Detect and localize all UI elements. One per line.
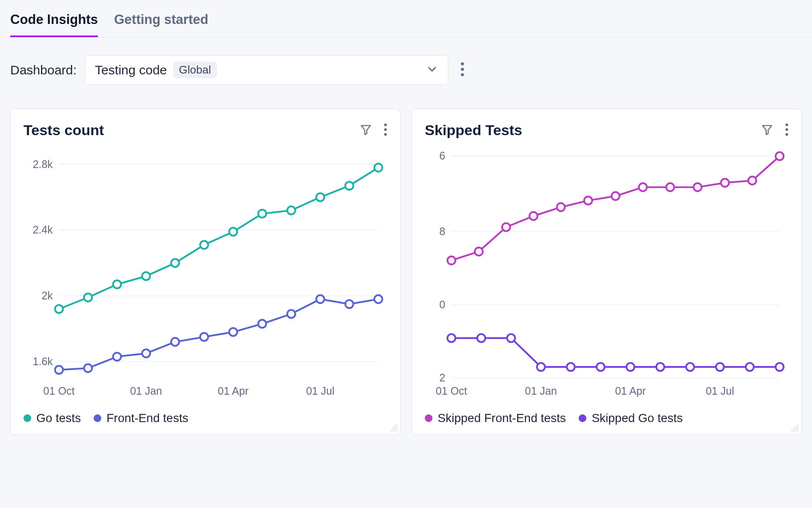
svg-point-0 xyxy=(461,62,464,65)
svg-point-66 xyxy=(639,183,647,191)
svg-point-70 xyxy=(748,177,756,185)
svg-point-72 xyxy=(447,334,456,342)
filter-icon[interactable] xyxy=(360,124,372,137)
dashboard-select-value: Testing code xyxy=(95,63,167,77)
dashboard-scope-badge: Global xyxy=(173,62,217,78)
legend-item-skipped-fe[interactable]: Skipped Front-End tests xyxy=(425,411,566,425)
svg-point-68 xyxy=(694,183,702,191)
card-tests-count: Tests count 1.6k2k2.4k2.8k01 Oct01 Jan01… xyxy=(10,109,400,435)
svg-point-24 xyxy=(200,241,208,249)
svg-point-83 xyxy=(776,363,784,371)
svg-point-37 xyxy=(229,328,237,336)
svg-point-80 xyxy=(686,363,694,371)
legend-dot xyxy=(94,414,101,422)
svg-point-30 xyxy=(374,164,382,172)
svg-point-40 xyxy=(316,295,324,303)
svg-point-34 xyxy=(142,349,150,357)
svg-point-27 xyxy=(287,207,295,215)
svg-text:01 Apr: 01 Apr xyxy=(615,385,646,397)
svg-point-38 xyxy=(258,320,266,328)
charts-row: Tests count 1.6k2k2.4k2.8k01 Oct01 Jan01… xyxy=(0,85,812,435)
legend-item-go[interactable]: Go tests xyxy=(24,411,81,425)
svg-text:2.4k: 2.4k xyxy=(32,224,53,236)
chevron-down-icon xyxy=(426,63,438,77)
svg-point-25 xyxy=(229,228,237,236)
svg-text:0: 0 xyxy=(439,298,445,310)
filter-icon[interactable] xyxy=(761,124,773,137)
svg-point-81 xyxy=(716,363,724,371)
tab-code-insights[interactable]: Code Insights xyxy=(10,12,98,37)
chart-tests-count: 1.6k2k2.4k2.8k01 Oct01 Jan01 Apr01 Jul xyxy=(24,143,387,405)
chart-skipped-tests: 208601 Oct01 Jan01 Apr01 Jul xyxy=(425,143,788,405)
svg-point-31 xyxy=(55,366,63,374)
legend-label: Skipped Go tests xyxy=(591,411,683,425)
svg-text:01 Jan: 01 Jan xyxy=(130,385,162,397)
svg-point-45 xyxy=(786,128,788,130)
svg-text:01 Jul: 01 Jul xyxy=(706,385,734,397)
svg-point-71 xyxy=(776,152,784,160)
svg-point-46 xyxy=(786,133,788,136)
svg-point-78 xyxy=(627,363,635,371)
svg-point-22 xyxy=(142,272,150,280)
legend-label: Go tests xyxy=(36,411,81,425)
svg-point-4 xyxy=(384,123,387,126)
svg-text:1.6k: 1.6k xyxy=(32,355,53,367)
page-tabs: Code Insights Getting started xyxy=(0,0,812,37)
legend-label: Front-End tests xyxy=(106,411,188,425)
svg-marker-43 xyxy=(763,125,772,134)
svg-point-36 xyxy=(200,333,208,341)
svg-point-20 xyxy=(84,293,92,301)
svg-text:01 Apr: 01 Apr xyxy=(218,385,249,397)
svg-text:01 Jan: 01 Jan xyxy=(525,385,557,397)
svg-point-2 xyxy=(461,73,464,76)
svg-text:6: 6 xyxy=(439,150,445,162)
svg-point-64 xyxy=(584,197,592,205)
svg-point-5 xyxy=(384,128,387,130)
dashboard-label: Dashboard: xyxy=(10,63,76,77)
card-kebab-menu[interactable] xyxy=(384,123,387,138)
card-title-tests-count: Tests count xyxy=(24,122,104,139)
svg-point-76 xyxy=(567,363,575,371)
svg-text:01 Oct: 01 Oct xyxy=(43,385,74,397)
svg-point-60 xyxy=(475,248,483,256)
svg-point-28 xyxy=(316,193,324,201)
card-kebab-menu[interactable] xyxy=(785,123,788,138)
legend-dot xyxy=(579,414,586,422)
svg-point-19 xyxy=(55,305,63,313)
svg-text:2k: 2k xyxy=(41,289,53,301)
dashboard-kebab-menu[interactable] xyxy=(457,59,468,82)
svg-point-26 xyxy=(258,210,266,218)
svg-point-82 xyxy=(746,363,754,371)
svg-point-59 xyxy=(447,257,456,265)
svg-text:8: 8 xyxy=(439,225,445,237)
svg-point-23 xyxy=(171,259,179,267)
legend-dot xyxy=(425,414,432,422)
dashboard-select[interactable]: Testing code Global xyxy=(85,55,448,85)
svg-point-32 xyxy=(84,364,92,372)
svg-point-62 xyxy=(530,212,538,220)
svg-point-79 xyxy=(656,363,665,371)
svg-point-67 xyxy=(666,183,674,191)
svg-point-74 xyxy=(507,334,515,342)
legend-item-fe[interactable]: Front-End tests xyxy=(94,411,188,425)
svg-point-6 xyxy=(384,133,387,136)
resize-handle-icon[interactable] xyxy=(791,424,799,432)
svg-point-61 xyxy=(502,223,510,231)
svg-point-1 xyxy=(461,68,464,71)
svg-point-42 xyxy=(374,295,382,303)
tab-getting-started[interactable]: Getting started xyxy=(114,12,208,37)
legend-label: Skipped Front-End tests xyxy=(438,411,566,425)
legend-dot xyxy=(24,414,31,422)
legend-skipped: Skipped Front-End tests Skipped Go tests xyxy=(425,411,788,425)
svg-point-63 xyxy=(557,203,565,211)
legend-tests-count: Go tests Front-End tests xyxy=(24,411,387,425)
legend-item-skipped-go[interactable]: Skipped Go tests xyxy=(579,411,683,425)
svg-text:01 Oct: 01 Oct xyxy=(436,385,467,397)
card-title-skipped: Skipped Tests xyxy=(425,122,522,139)
resize-handle-icon[interactable] xyxy=(390,424,397,432)
svg-point-69 xyxy=(721,179,729,187)
svg-marker-3 xyxy=(362,125,371,134)
svg-point-73 xyxy=(477,334,485,342)
svg-text:2.8k: 2.8k xyxy=(32,158,53,170)
svg-point-29 xyxy=(345,182,353,190)
